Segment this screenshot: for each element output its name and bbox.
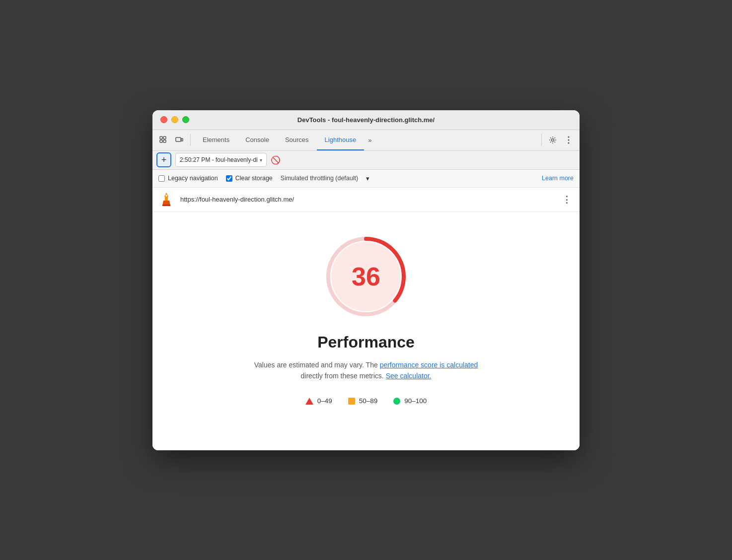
legacy-navigation-input[interactable] xyxy=(158,175,165,182)
throttling-arrow-icon: ▾ xyxy=(366,175,369,182)
tab-sources[interactable]: Sources xyxy=(277,130,317,150)
lighthouse-icon xyxy=(158,192,174,208)
url-more-options-button[interactable]: ⋮ xyxy=(560,193,574,207)
traffic-lights xyxy=(160,116,189,123)
svg-rect-0 xyxy=(160,137,162,139)
orange-square-icon xyxy=(348,398,355,405)
options-bar: Legacy navigation Clear storage Simulate… xyxy=(152,170,580,188)
tab-list: Elements Console Sources Lighthouse » xyxy=(195,130,537,150)
svg-point-6 xyxy=(552,139,554,141)
svg-point-9 xyxy=(568,142,570,144)
svg-rect-14 xyxy=(166,195,167,197)
svg-rect-2 xyxy=(163,137,166,139)
legend-red-range: 0–49 xyxy=(317,397,332,405)
legend-green-range: 90–100 xyxy=(404,397,427,405)
legend-item-green: 90–100 xyxy=(393,397,427,405)
legend-orange-range: 50–89 xyxy=(359,397,378,405)
svg-rect-3 xyxy=(163,140,166,142)
devtools-window: DevTools - foul-heavenly-direction.glitc… xyxy=(152,110,580,450)
red-triangle-icon xyxy=(305,398,313,405)
clear-storage-checkbox[interactable]: Clear storage xyxy=(226,175,273,182)
green-circle-icon xyxy=(393,398,400,405)
url-text: https://foul-heavenly-direction.glitch.m… xyxy=(180,196,554,203)
clear-storage-input[interactable] xyxy=(226,175,232,182)
svg-point-7 xyxy=(568,137,570,138)
score-value: 36 xyxy=(352,262,380,291)
svg-point-8 xyxy=(568,140,570,141)
cursor-tool-button[interactable] xyxy=(156,133,170,147)
maximize-button[interactable] xyxy=(182,116,189,123)
learn-more-link[interactable]: Learn more xyxy=(542,175,574,182)
svg-rect-4 xyxy=(176,138,181,141)
toolbar-divider xyxy=(190,134,191,146)
toolbar-divider-right xyxy=(541,134,542,146)
run-select[interactable]: 2:50:27 PM - foul-heavenly-di ▾ xyxy=(175,153,267,167)
url-bar: https://foul-heavenly-direction.glitch.m… xyxy=(152,188,580,212)
tab-overflow-button[interactable]: » xyxy=(364,130,375,150)
tab-console[interactable]: Console xyxy=(237,130,277,150)
performance-description: Values are estimated and may vary. The p… xyxy=(254,359,478,382)
close-button[interactable] xyxy=(160,116,167,123)
throttling-label: Simulated throttling (default) xyxy=(281,175,358,182)
score-legend: 0–49 50–89 90–100 xyxy=(305,397,427,405)
svg-rect-5 xyxy=(181,139,183,141)
legacy-navigation-checkbox[interactable]: Legacy navigation xyxy=(158,175,218,182)
tab-lighthouse[interactable]: Lighthouse xyxy=(317,130,365,150)
toolbar-right xyxy=(539,133,576,147)
lh-toolbar: + 2:50:27 PM - foul-heavenly-di ▾ 🚫 xyxy=(152,151,580,170)
performance-title: Performance xyxy=(317,333,415,351)
legend-item-orange: 50–89 xyxy=(348,397,378,405)
devtools-content: Elements Console Sources Lighthouse » xyxy=(152,130,580,450)
title-bar: DevTools - foul-heavenly-direction.glitc… xyxy=(152,110,580,130)
main-content: 36 Performance Values are estimated and … xyxy=(152,212,580,450)
block-icon[interactable]: 🚫 xyxy=(271,155,281,165)
more-options-button[interactable] xyxy=(562,133,576,147)
add-report-button[interactable]: + xyxy=(156,152,171,167)
svg-rect-13 xyxy=(162,205,170,206)
run-select-arrow-icon: ▾ xyxy=(260,157,262,163)
devtools-toolbar: Elements Console Sources Lighthouse » xyxy=(152,130,580,151)
minimize-button[interactable] xyxy=(171,116,178,123)
window-title: DevTools - foul-heavenly-direction.glitc… xyxy=(297,116,435,124)
device-toggle-button[interactable] xyxy=(172,133,186,147)
svg-rect-1 xyxy=(160,140,162,142)
score-gauge: 36 xyxy=(321,232,411,321)
settings-button[interactable] xyxy=(546,133,560,147)
performance-score-link[interactable]: performance score is calculated xyxy=(380,361,478,369)
tab-elements[interactable]: Elements xyxy=(195,130,237,150)
legend-item-red: 0–49 xyxy=(305,397,332,405)
calculator-link[interactable]: See calculator. xyxy=(386,372,432,380)
